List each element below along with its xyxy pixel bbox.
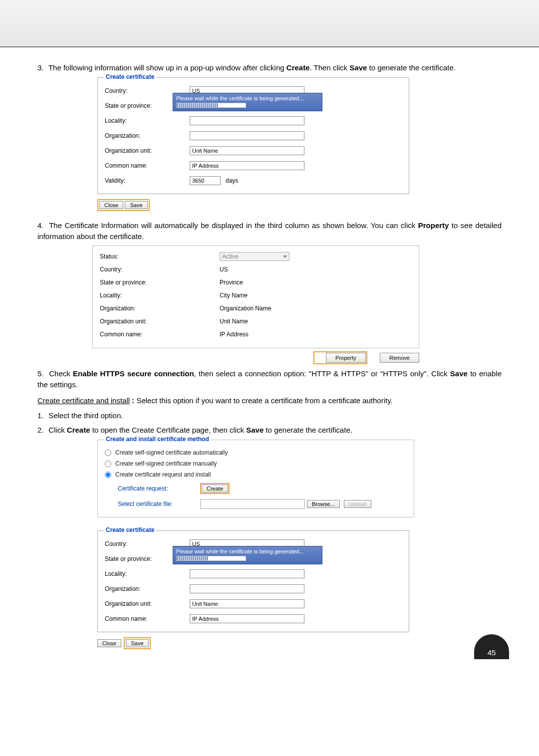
dialog-title: Create certificate (104, 526, 156, 533)
status-label: Status: (100, 253, 220, 260)
radio-option-manual[interactable]: Create self-signed certificate manually (105, 460, 407, 467)
common-label: Common name: (105, 162, 190, 169)
step-4: 4. The Certificate Information will auto… (37, 220, 502, 242)
locality-label: Locality: (100, 292, 220, 299)
validity-label: Validity: (105, 177, 190, 184)
organization-input[interactable] (190, 131, 304, 140)
common-label: Common name: (100, 331, 220, 338)
chevron-down-icon (283, 255, 287, 258)
upload-button[interactable]: Upload (344, 500, 371, 508)
orgunit-input[interactable] (190, 146, 304, 155)
radio-option-request[interactable]: Create certificate request and install (105, 471, 407, 478)
orgunit-value: Unit Name (220, 318, 412, 325)
organization-value: Organization Name (220, 305, 412, 312)
orgunit-label: Organization unit: (100, 318, 220, 325)
info-button-row: Property Remove (92, 351, 419, 364)
radio-request[interactable] (105, 472, 111, 478)
country-label: Country: (100, 266, 220, 273)
certificate-info-panel: Status: Active Country:US State or provi… (92, 246, 419, 348)
header-band (0, 0, 539, 47)
certificate-method-panel: Create and install certificate method Cr… (97, 440, 414, 517)
locality-input[interactable] (190, 569, 304, 578)
select-file-label: Select certificate file: (118, 501, 200, 507)
progress-bar (176, 103, 246, 108)
page-number: 45 (488, 648, 496, 657)
step-5-text: Check Enable HTTPS secure connection, th… (37, 369, 502, 389)
close-button[interactable]: Close (97, 639, 121, 647)
step-number: 2. (37, 425, 46, 436)
progress-popup: Please wait while the certificate is bei… (173, 546, 322, 564)
radio-request-label: Create certificate request and install (115, 471, 211, 478)
step-ci-2: 2. Click Create to open the Create Certi… (37, 425, 502, 436)
common-value: IP Address (220, 331, 412, 338)
locality-value: City Name (220, 292, 412, 299)
orgunit-label: Organization unit: (105, 600, 190, 607)
country-value: US (220, 266, 412, 273)
remove-button[interactable]: Remove (380, 353, 419, 363)
organization-label: Organization: (105, 132, 190, 139)
orgunit-label: Organization unit: (105, 147, 190, 154)
radio-manual-label: Create self-signed certificate manually (115, 460, 217, 467)
common-input[interactable] (190, 614, 304, 623)
page-content: 3. The following information will show u… (0, 47, 539, 659)
step-number: 5. (37, 368, 46, 379)
progress-message: Please wait while the certificate is bei… (176, 95, 319, 101)
save-button[interactable]: Save (126, 639, 148, 647)
radio-manual[interactable] (105, 461, 111, 467)
radio-auto-label: Create self-signed certificate automatic… (115, 449, 228, 456)
state-value: Province (220, 279, 412, 286)
step-4-text: The Certificate Information will automat… (37, 221, 502, 241)
progress-message: Please wait while the certificate is bei… (176, 548, 319, 554)
orgunit-input[interactable] (190, 599, 304, 608)
method-title: Create and install certificate method (104, 436, 211, 443)
organization-input[interactable] (190, 584, 304, 593)
property-button[interactable]: Property (326, 353, 366, 363)
status-select: Active (220, 252, 289, 261)
save-button[interactable]: Save (125, 201, 147, 209)
radio-auto[interactable] (105, 450, 111, 456)
create-button[interactable]: Create (202, 485, 228, 493)
step-ci-1-text: Select the third option. (48, 411, 123, 420)
state-label: State or province: (100, 279, 220, 286)
create-certificate-dialog: Create certificate Country: State or pro… (97, 77, 409, 194)
step-number: 1. (37, 410, 46, 421)
cert-request-label: Certificate request: (118, 485, 200, 492)
browse-button[interactable]: Browse... (307, 500, 340, 508)
close-button[interactable]: Close (99, 201, 123, 209)
progress-bar (176, 556, 246, 561)
create-install-para: Create certificate and install : Select … (37, 395, 502, 406)
organization-label: Organization: (100, 305, 220, 312)
validity-unit: days (226, 177, 238, 184)
dialog-button-row: Close Save (97, 199, 502, 211)
step-ci-2-text: Click Create to open the Create Certific… (48, 426, 352, 434)
step-number: 3. (37, 62, 46, 73)
step-3-text: The following information will show up i… (48, 63, 456, 72)
step-number: 4. (37, 220, 46, 231)
locality-label: Locality: (105, 570, 190, 577)
validity-input[interactable] (190, 176, 221, 185)
step-ci-1: 1. Select the third option. (37, 410, 502, 421)
create-certificate-dialog-2: Create certificate Country: State or pro… (97, 530, 409, 632)
step-5: 5. Check Enable HTTPS secure connection,… (37, 368, 502, 390)
dialog-button-row-2: Close Save (97, 637, 502, 649)
locality-input[interactable] (190, 116, 304, 125)
organization-label: Organization: (105, 585, 190, 592)
create-install-heading: Create certificate and install (37, 396, 130, 405)
common-input[interactable] (190, 161, 304, 170)
file-input[interactable] (200, 499, 305, 509)
status-value: Active (222, 253, 239, 260)
progress-popup: Please wait while the certificate is bei… (173, 93, 322, 111)
radio-option-auto[interactable]: Create self-signed certificate automatic… (105, 449, 407, 456)
step-3: 3. The following information will show u… (37, 62, 502, 73)
dialog-title: Create certificate (104, 73, 156, 80)
common-label: Common name: (105, 615, 190, 622)
locality-label: Locality: (105, 117, 190, 124)
